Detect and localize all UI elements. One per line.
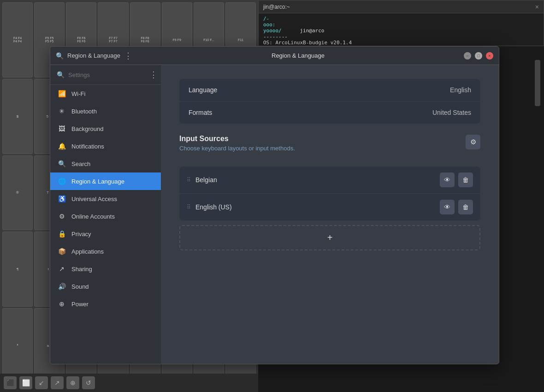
sidebar-more-icon[interactable]: ⋮ [149,70,158,80]
belgian-delete-button[interactable]: 🗑 [458,172,473,187]
sidebar-item-label: Notifications [71,143,104,150]
sidebar-item-sound[interactable]: 🔊 Sound [50,278,161,295]
terminal-title: jin@arco:~ [263,4,290,10]
sidebar-item-wifi[interactable]: 📶 Wi-Fi [50,85,161,102]
language-row[interactable]: Language English [179,79,480,101]
english-us-delete-button[interactable]: 🗑 [458,200,473,214]
settings-titlebar: 🔍 Region & Language ⋮ Region & Language … [50,47,499,65]
input-sources-title: Input Sources [179,135,295,143]
sidebar: 🔍 ⋮ 📶 Wi-Fi ✳ Bluetooth 🖼 Background 🔔 N… [50,65,161,364]
taskbar-icon-1[interactable]: ⬛ [4,376,17,389]
key-cell: F4 F4F4 F4 [2,2,33,77]
taskbar-icon-5[interactable]: ⊕ [66,376,79,389]
taskbar-icon-6[interactable]: ↺ [82,376,95,389]
sidebar-item-label: Privacy [71,231,91,238]
window-title: Region & Language [132,52,464,59]
key-cell: ª [2,308,33,383]
language-label: Language [189,86,217,94]
trash-icon: 🗑 [462,176,469,184]
eye-icon-2: 👁 [444,203,450,211]
input-sources-header: Input Sources Choose keyboard layouts or… [179,135,295,152]
add-input-source-row[interactable]: + [179,225,480,250]
terminal-body: /-ooo:yoooo/ jin@arco--------OS: ArcoLin… [259,13,544,48]
sidebar-item-label: Sound [71,283,89,290]
sidebar-item-privacy[interactable]: 🔒 Privacy [50,225,161,243]
sidebar-search-bar: 🔍 ⋮ [50,65,161,85]
maximize-button[interactable]: □ [475,52,482,59]
sidebar-item-label: Wi-Fi [71,90,85,97]
sharing-icon: ↗ [58,265,66,273]
sidebar-item-label: Power [71,301,89,308]
taskbar-icon-4[interactable]: ↗ [51,376,64,389]
language-value: English [450,86,471,94]
eye-icon: 👁 [444,176,450,184]
minimize-button[interactable]: − [464,52,471,59]
applications-icon: 📦 [58,248,66,255]
settings-menu-icon[interactable]: ⋮ [124,51,132,61]
accounts-icon: ⚙ [58,213,66,220]
key-cell: $ [2,79,33,154]
settings-app-label: Region & Language [67,52,120,59]
english-us-view-button[interactable]: 👁 [440,200,455,214]
sidebar-item-search[interactable]: 🔍 Search [50,155,161,172]
input-source-english-us-row: ⠿ English (US) 👁 🗑 [179,194,480,220]
sidebar-item-label: Universal Access [71,196,117,202]
notifications-icon: 🔔 [58,143,66,150]
sidebar-item-background[interactable]: 🖼 Background [50,120,161,137]
taskbar-icon-3[interactable]: ↙ [35,376,48,389]
taskbar-icon-2[interactable]: ⬜ [19,376,32,389]
taskbar: ⬛ ⬜ ↙ ↗ ⊕ ↺ [0,374,258,392]
sidebar-item-label: Online Accounts [71,213,115,220]
sidebar-item-applications[interactable]: 📦 Applications [50,243,161,260]
sidebar-item-sharing[interactable]: ↗ Sharing [50,260,161,278]
power-icon: ⊕ [58,300,66,308]
language-formats-section: Language English Formats United States [179,79,480,124]
search-sidebar-icon: 🔍 [58,160,66,167]
privacy-icon: 🔒 [58,230,66,238]
belgian-actions: 👁 🗑 [440,172,473,187]
english-us-actions: 👁 🗑 [440,200,473,214]
close-button[interactable]: × [486,52,493,59]
region-icon: 🌐 [58,178,66,185]
titlebar-left: 🔍 Region & Language ⋮ [56,51,132,61]
input-source-belgian-label: Belgian [195,176,217,184]
sidebar-item-label: Region & Language [71,178,124,185]
input-sources-subtitle: Choose keyboard layouts or input methods… [179,145,295,152]
input-sources-settings-button[interactable]: ⚙ [466,135,480,149]
sidebar-item-label: Background [71,125,103,132]
input-source-belgian-left: ⠿ Belgian [187,176,217,184]
background-icon: 🖼 [58,125,66,132]
window-controls: − □ × [464,52,493,59]
sidebar-item-label: Applications [71,248,104,255]
sidebar-search-input[interactable] [68,71,146,78]
sidebar-search-icon: 🔍 [57,71,65,78]
input-sources-header-area: Input Sources Choose keyboard layouts or… [179,135,480,159]
terminal-titlebar: jin@arco:~ × [259,0,544,13]
sidebar-item-universal-access[interactable]: ♿ Universal Access [50,190,161,208]
search-icon: 🔍 [56,52,64,59]
sidebar-item-online-accounts[interactable]: ⚙ Online Accounts [50,208,161,225]
terminal-ascii: /-ooo:yoooo/ [263,16,282,34]
formats-row[interactable]: Formats United States [179,101,480,124]
formats-value: United States [432,109,471,116]
key-cell: ¶ [2,232,33,307]
sidebar-item-region[interactable]: 🌐 Region & Language [50,172,161,190]
sidebar-item-power[interactable]: ⊕ Power [50,295,161,313]
sidebar-item-bluetooth[interactable]: ✳ Bluetooth [50,102,161,120]
terminal-close-icon[interactable]: × [535,3,539,11]
input-sources-list: ⠿ Belgian 👁 🗑 ⠿ [179,166,480,220]
drag-handle-belgian[interactable]: ⠿ [187,177,191,183]
add-icon: + [327,232,333,243]
drag-handle-english-us[interactable]: ⠿ [187,204,191,210]
input-source-belgian-row: ⠿ Belgian 👁 🗑 [179,166,480,194]
access-icon: ♿ [58,195,66,202]
sidebar-item-notifications[interactable]: 🔔 Notifications [50,137,161,155]
main-content: Language English Formats United States I… [161,65,499,364]
wifi-icon: 📶 [58,90,66,97]
key-cell: ® [2,155,33,231]
sidebar-item-label: Bluetooth [71,108,97,115]
sound-icon: 🔊 [58,283,66,290]
scrollbar[interactable] [535,60,540,106]
formats-label: Formats [189,109,212,116]
belgian-view-button[interactable]: 👁 [440,172,455,187]
